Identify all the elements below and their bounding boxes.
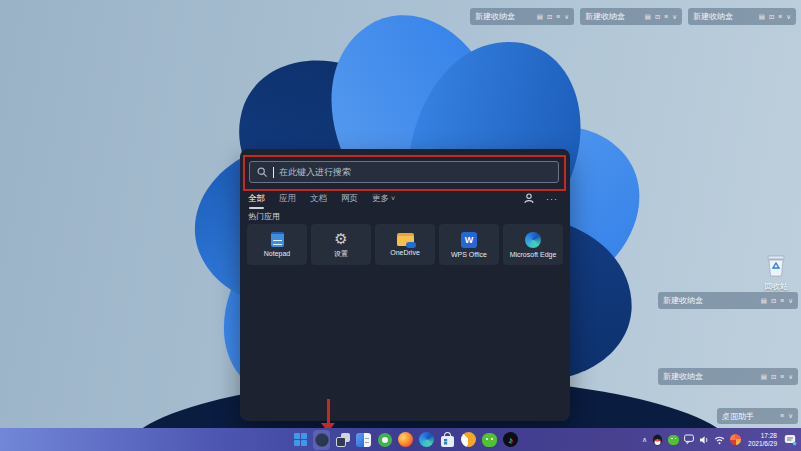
organizer-box-right-2[interactable]: 新建收纳盒 ▤ ⊡ ≡ ∨ [658,368,798,385]
taskbar-app-icons: ♪ [292,428,519,451]
organizer-box-top-1[interactable]: 新建收纳盒 ▤ ⊡ ≡ ∨ [470,8,574,25]
pin-icon[interactable]: ⊡ [769,13,774,21]
task-view-button[interactable] [334,430,351,450]
organizer-box-toolbar: ▤ ⊡ ≡ ∨ [645,13,677,21]
organizer-box-title: 新建收纳盒 [585,11,645,22]
organizer-box-toolbar: ▤ ⊡ ≡ ∨ [761,373,793,381]
green-ring-browser-button[interactable] [376,430,393,450]
menu-icon[interactable]: ≡ [780,412,784,420]
yellow-media-app-icon [461,432,476,447]
edge-icon [525,232,541,248]
tab-more-label: 更多 [372,193,389,203]
search-input-container[interactable] [249,161,559,183]
douyin-button[interactable]: ♪ [502,430,519,450]
top-apps-tiles: Notepad ⚙ 设置 OneDrive W WPS Office Micro… [247,224,563,265]
windows-logo-icon [294,433,307,446]
pin-icon[interactable]: ⊡ [547,13,552,21]
collapse-icon[interactable]: ∨ [788,373,793,381]
widgets-icon [356,433,371,447]
account-icon[interactable] [524,193,534,204]
menu-icon[interactable]: ≡ [556,13,560,21]
chat-tray-icon[interactable] [684,434,694,445]
pin-icon[interactable]: ⊡ [655,13,660,21]
collapse-icon[interactable]: ∨ [788,412,793,420]
taskbar-clock[interactable]: 17:28 2021/6/29 [748,432,777,448]
app-tile-edge[interactable]: Microsoft Edge [503,224,563,265]
tab-all[interactable]: 全部 [248,193,265,209]
organizer-box-toolbar: ▤ ⊡ ≡ ∨ [759,13,791,21]
organizer-box-top-3[interactable]: 新建收纳盒 ▤ ⊡ ≡ ∨ [688,8,796,25]
collapse-icon[interactable]: ∨ [564,13,569,21]
wechat-tray-icon[interactable] [668,435,679,445]
firefox-button[interactable] [397,430,414,450]
qq-tray-icon[interactable] [652,433,663,446]
tab-documents[interactable]: 文档 [310,193,327,209]
edge-button[interactable] [418,430,435,450]
search-input[interactable] [279,167,551,177]
onedrive-folder-icon [397,233,414,246]
start-button[interactable] [292,430,309,450]
tray-expand-icon[interactable]: ∧ [642,436,647,444]
recycle-bin-label: 回收站 [755,281,797,292]
network-icon[interactable] [714,435,725,445]
douyin-icon: ♪ [503,432,518,447]
tab-web[interactable]: 网页 [341,193,358,209]
notification-icon[interactable] [784,434,797,446]
search-header-actions: ··· [524,193,558,204]
app-tile-settings[interactable]: ⚙ 设置 [311,224,371,265]
app-tile-notepad[interactable]: Notepad [247,224,307,265]
green-ring-browser-icon [378,433,392,447]
pin-icon[interactable]: ⊡ [771,373,776,381]
organizer-box-top-2[interactable]: 新建收纳盒 ▤ ⊡ ≡ ∨ [580,8,682,25]
app-tile-label: Microsoft Edge [510,251,557,258]
menu-icon[interactable]: ≡ [778,13,782,21]
task-view-icon [336,433,350,447]
security-app-tray-icon[interactable] [730,434,741,445]
clock-date: 2021/6/29 [748,440,777,448]
collapse-icon[interactable]: ∨ [786,13,791,21]
microsoft-store-icon [441,432,454,447]
clock-time: 17:28 [761,432,777,440]
firefox-icon [398,432,413,447]
taskbar-search-icon [315,433,329,447]
organizer-box-toolbar: ▤ ⊡ ≡ ∨ [761,297,793,305]
menu-icon[interactable]: ≡ [780,297,784,305]
app-tile-label: WPS Office [451,251,487,258]
menu-icon[interactable]: ≡ [664,13,668,21]
pin-icon[interactable]: ⊡ [771,297,776,305]
app-tile-wps-office[interactable]: W WPS Office [439,224,499,265]
more-options-icon[interactable]: ··· [546,194,558,204]
volume-icon[interactable] [699,435,709,445]
layout-icon[interactable]: ▤ [761,297,767,305]
collapse-icon[interactable]: ∨ [672,13,677,21]
taskbar-search-button[interactable] [313,430,330,450]
wechat-icon [482,433,497,447]
organizer-box-toolbar: ▤ ⊡ ≡ ∨ [537,13,569,21]
layout-icon[interactable]: ▤ [537,13,543,21]
menu-icon[interactable]: ≡ [780,373,784,381]
recycle-bin[interactable]: 回收站 [755,254,797,292]
layout-icon[interactable]: ▤ [761,373,767,381]
layout-icon[interactable]: ▤ [759,13,765,21]
wechat-button[interactable] [481,430,498,450]
search-filter-tabs: 全部 应用 文档 网页 更多˅ [248,193,395,209]
section-title: 热门应用 [248,211,280,222]
desktop-assistant-bar[interactable]: 桌面助手 ≡ ∨ [717,408,798,424]
app-tile-label: 设置 [334,249,348,259]
organizer-box-title: 新建收纳盒 [663,371,761,382]
text-caret [273,167,274,178]
collapse-icon[interactable]: ∨ [788,297,793,305]
app-tile-label: OneDrive [390,249,420,256]
organizer-box-title: 新建收纳盒 [663,295,761,306]
system-tray: ∧ 17:28 2021/6/29 [642,428,797,451]
layout-icon[interactable]: ▤ [645,13,651,21]
organizer-box-right-1[interactable]: 新建收纳盒 ▤ ⊡ ≡ ∨ [658,292,798,309]
widgets-button[interactable] [355,430,372,450]
tab-more[interactable]: 更多˅ [372,193,395,209]
tab-apps[interactable]: 应用 [279,193,296,209]
desktop-assistant-toolbar: ≡ ∨ [780,412,793,420]
yellow-media-app-button[interactable] [460,430,477,450]
microsoft-store-button[interactable] [439,430,456,450]
edge-icon [419,432,434,447]
app-tile-onedrive[interactable]: OneDrive [375,224,435,265]
